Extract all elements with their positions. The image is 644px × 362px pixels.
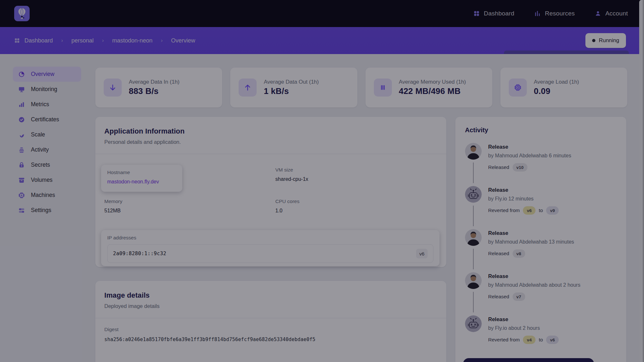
dim-overlay: [0, 0, 644, 362]
scrollbar[interactable]: [639, 0, 644, 362]
